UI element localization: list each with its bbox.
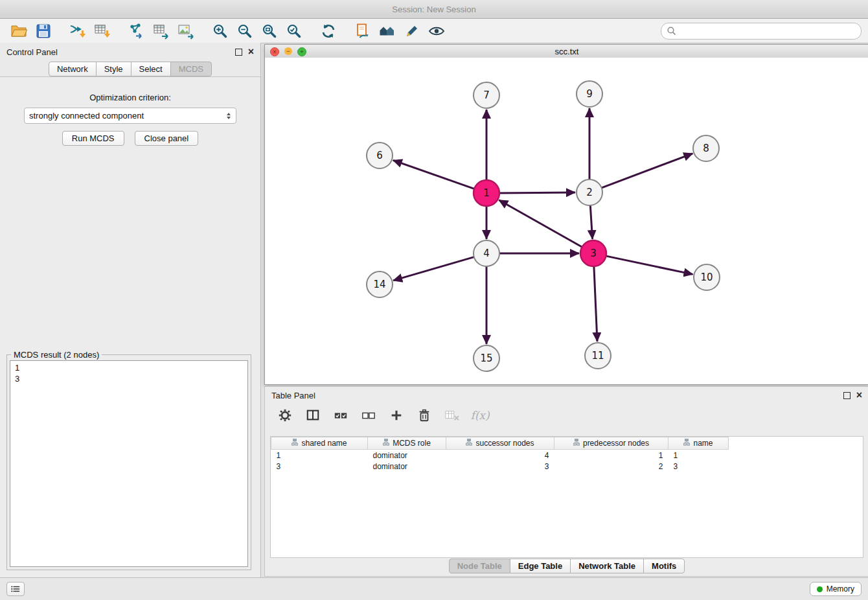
zoom-window-button[interactable]: + [297, 47, 306, 56]
node-9[interactable]: 9 [577, 81, 602, 107]
table-cell[interactable]: 4 [446, 450, 554, 461]
apply-layout-button[interactable] [316, 21, 341, 41]
edge-1-6[interactable] [393, 160, 474, 189]
add-row-button[interactable] [388, 407, 405, 424]
close-table-panel-button[interactable]: × [856, 390, 862, 400]
svg-text:2: 2 [586, 187, 593, 198]
tab-mcds[interactable]: MCDS [170, 62, 212, 76]
column-header-predecessor-nodes[interactable]: predecessor nodes [554, 437, 668, 450]
svg-text:11: 11 [591, 350, 604, 362]
table-cell[interactable]: 1 [271, 450, 368, 461]
float-table-panel-button[interactable] [843, 392, 851, 399]
run-mcds-button[interactable]: Run MCDS [62, 131, 124, 146]
node-11[interactable]: 11 [585, 343, 611, 369]
export-image-icon [177, 23, 194, 40]
zoom-selected-button[interactable] [282, 21, 306, 41]
node-7[interactable]: 7 [474, 82, 499, 108]
column-label: predecessor nodes [583, 439, 649, 448]
edge-2-3[interactable] [590, 205, 592, 239]
minimize-window-button[interactable]: − [284, 47, 292, 55]
svg-text:1: 1 [483, 187, 490, 199]
import-network-button[interactable] [65, 21, 90, 41]
tab-motifs[interactable]: Motifs [643, 559, 685, 573]
select-all-icon [334, 408, 348, 422]
export-table-button[interactable] [149, 21, 174, 41]
mcds-result-title: MCDS result (2 nodes) [11, 350, 102, 360]
control-panel-tabs: Network Style Select MCDS [0, 61, 260, 76]
edge-3-1[interactable] [499, 200, 582, 247]
zoom-fit-button[interactable] [257, 21, 282, 41]
table-cell[interactable]: 3 [446, 461, 554, 472]
tab-select[interactable]: Select [131, 62, 171, 76]
node-10[interactable]: 10 [694, 264, 720, 290]
export-image-button[interactable] [174, 21, 198, 41]
save-session-button[interactable] [31, 21, 56, 41]
tab-network-table[interactable]: Network Table [570, 559, 644, 573]
table-cell[interactable]: 2 [554, 461, 668, 472]
close-control-panel-button[interactable]: × [248, 47, 254, 57]
node-8[interactable]: 8 [693, 135, 719, 161]
zoom-out-button[interactable] [233, 21, 257, 41]
close-window-button[interactable]: × [270, 47, 279, 56]
edge-4-14[interactable] [393, 257, 474, 281]
export-web-button[interactable] [350, 21, 375, 41]
node-15[interactable]: 15 [474, 345, 499, 371]
memory-button[interactable]: Memory [810, 582, 862, 596]
function-builder-button[interactable]: f(x) [472, 407, 488, 424]
table-panel-title: Table Panel [271, 391, 315, 400]
titlebar[interactable]: Session: New Session [0, 0, 868, 19]
tab-edge-table[interactable]: Edge Table [510, 559, 571, 573]
edge-3-11[interactable] [594, 266, 597, 341]
tab-style[interactable]: Style [96, 62, 131, 76]
table-row[interactable]: 1dominator411 [271, 450, 729, 461]
column-label: name [693, 439, 713, 448]
table-row[interactable]: 3dominator323 [271, 461, 729, 472]
table-cell[interactable]: 3 [271, 461, 368, 472]
optimization-criterion-select[interactable]: strongly connected component [24, 108, 236, 124]
close-panel-button[interactable]: Close panel [135, 131, 199, 146]
node-2[interactable]: 2 [577, 179, 602, 205]
table-settings-button[interactable] [277, 407, 293, 424]
delete-row-button[interactable] [416, 407, 433, 424]
table-cell[interactable]: 1 [554, 450, 668, 461]
toggle-details-button[interactable] [424, 21, 449, 41]
mcds-result-list[interactable]: 13 [10, 360, 248, 567]
deselect-all-button[interactable] [360, 407, 377, 424]
column-header-MCDS-role[interactable]: MCDS role [368, 437, 446, 450]
node-4[interactable]: 4 [474, 240, 499, 266]
open-session-button[interactable] [6, 21, 31, 41]
task-history-button[interactable] [6, 582, 25, 596]
search-input[interactable] [679, 26, 856, 36]
node-6[interactable]: 6 [367, 143, 393, 168]
tab-node-table[interactable]: Node Table [449, 559, 510, 573]
import-table-button[interactable] [90, 21, 115, 41]
node-14[interactable]: 14 [367, 271, 393, 297]
network-canvas[interactable]: 7968124314101511 [265, 58, 868, 384]
tab-network[interactable]: Network [49, 62, 97, 76]
node-3[interactable]: 3 [580, 240, 606, 266]
column-header-name[interactable]: name [668, 437, 729, 450]
column-header-successor-nodes[interactable]: successor nodes [446, 437, 554, 450]
node-1[interactable]: 1 [474, 180, 499, 206]
column-header-shared-name[interactable]: shared name [271, 437, 368, 450]
delete-table-button[interactable] [444, 407, 461, 424]
select-all-button[interactable] [332, 407, 349, 424]
network-window-title: scc.txt [555, 47, 579, 56]
edge-3-10[interactable] [606, 256, 693, 274]
annotations-button[interactable] [400, 21, 424, 41]
table-cell[interactable]: 1 [668, 450, 729, 461]
node-table[interactable]: shared nameMCDS rolesuccessor nodesprede… [270, 436, 863, 558]
table-cell[interactable]: dominator [368, 450, 446, 461]
float-control-panel-button[interactable] [235, 49, 242, 56]
open-browser-button[interactable] [375, 21, 400, 41]
export-network-button[interactable] [124, 21, 149, 41]
zoom-in-button[interactable] [208, 21, 233, 41]
svg-text:8: 8 [703, 143, 709, 154]
network-window-titlebar[interactable]: × − + scc.txt [265, 45, 868, 58]
show-columns-button[interactable] [304, 407, 321, 424]
table-cell[interactable]: 3 [668, 461, 729, 472]
table-cell[interactable]: dominator [368, 461, 446, 472]
edge-1-2[interactable] [499, 192, 575, 193]
edge-2-8[interactable] [602, 154, 693, 188]
svg-text:3: 3 [590, 248, 597, 259]
